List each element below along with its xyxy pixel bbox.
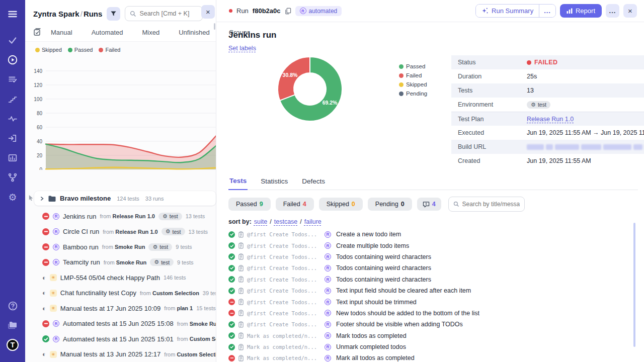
filter-button[interactable]	[107, 7, 120, 21]
sort-separator: /	[270, 218, 271, 225]
comments-filter-pill[interactable]: 4	[417, 198, 441, 211]
legend-dot	[399, 82, 404, 87]
run-list-item[interactable]: ◐ ✳ Manual tests at 17 Jun 2025 10:09 fr…	[25, 301, 216, 316]
runs-search[interactable]	[125, 6, 203, 21]
filter-pill-skipped[interactable]: Skipped 0	[319, 198, 363, 211]
tab-defects[interactable]: Defects	[301, 175, 326, 190]
more-actions-button[interactable]: ...	[606, 4, 619, 18]
set-labels-link[interactable]: Set labels	[228, 45, 256, 52]
run-list-item[interactable]: ◐ ✳ Manual tests at 13 Jun 2025 12:17 fr…	[25, 347, 216, 362]
legend-item-failed: Failed	[99, 47, 120, 53]
runs-tab-mixed[interactable]: Mixed	[142, 29, 160, 36]
run-list-item[interactable]: R Automated tests at 15 Jun 2025 15:08 f…	[25, 316, 216, 332]
run-list-item[interactable]: R Teamcity run from Smoke Run ⚙test 9 te…	[25, 255, 216, 270]
in-progress-icon: ◐	[42, 351, 46, 357]
tests-scrollbar[interactable]	[633, 223, 635, 347]
sidebar-item-folders[interactable]	[4, 318, 21, 333]
sidebar-item-play-circle[interactable]	[4, 52, 21, 67]
detail-label: Duration	[451, 73, 527, 80]
play-circle-icon	[8, 55, 18, 65]
test-row[interactable]: @first Create Todos... R Text input fiel…	[228, 285, 638, 296]
runs-tab-unfinished[interactable]: Unfinished	[179, 29, 209, 36]
folder-tests-count: 124 tests	[117, 196, 139, 202]
tests-search-input[interactable]	[462, 201, 520, 208]
test-title: Create multiple todo items	[336, 242, 409, 249]
tab-tests[interactable]: Tests	[228, 175, 248, 190]
gear-icon: ⚙	[152, 244, 157, 250]
copy-icon[interactable]	[285, 8, 291, 15]
test-suite: @first Create Todos...	[247, 321, 321, 327]
test-title: Footer should be visible when adding TOD…	[336, 321, 463, 328]
breadcrumb: Zyntra Spark/Runs	[33, 10, 102, 18]
sidebar-item-gear[interactable]: ⚙	[4, 190, 21, 205]
test-row[interactable]: @first Create Todos... R Create multiple…	[228, 240, 638, 251]
test-row[interactable]: Mark as completed/n... R Mark all todos …	[228, 352, 638, 362]
automated-run-icon: R	[53, 244, 59, 250]
milestone-folder-row[interactable]: Bravo milestone 124 tests 33 runs	[34, 191, 216, 206]
run-list-item[interactable]: R Jenkins run from Release Run 1.0 ⚙test…	[25, 209, 216, 224]
run-source: from Release Run 1.0	[103, 229, 157, 235]
sidebar-item-menu[interactable]	[4, 7, 21, 22]
test-row[interactable]: @first Create Todos... R Footer should b…	[228, 319, 638, 330]
close-run-button[interactable]: ×	[623, 4, 637, 18]
clipboard-icon	[238, 299, 244, 305]
runs-tab-automated[interactable]: Automated	[92, 29, 123, 36]
automated-badge[interactable]: Rautomated	[295, 6, 342, 16]
filter-pill-pending[interactable]: Pending 0	[368, 198, 412, 211]
test-plan-link[interactable]: Release Run 1.0	[527, 116, 574, 123]
report-button[interactable]: Report	[560, 4, 602, 18]
test-row[interactable]: @first Create Todos... R New todos shoul…	[228, 308, 638, 319]
runs-tab-groups[interactable]: Groups	[229, 29, 251, 36]
sidebar-item-bar-chart[interactable]	[4, 150, 21, 165]
tests-search[interactable]	[448, 197, 525, 212]
close-panel-button[interactable]: ×	[201, 5, 215, 19]
manual-run-icon: ✳	[50, 351, 57, 358]
run-tests-count: 146 tests	[164, 275, 186, 281]
clipboard-icon	[238, 310, 244, 316]
test-row[interactable]: Mark as completed/n... R Mark todos as c…	[228, 330, 638, 341]
chevron-right-icon[interactable]	[39, 196, 44, 201]
sort-by-suite[interactable]: suite	[254, 218, 267, 225]
run-list-item[interactable]: R Bamboo run from Smoke Run ⚙test 9 test…	[25, 239, 216, 255]
test-row[interactable]: Mark as completed/n... R Unmark complete…	[228, 341, 638, 352]
sidebar-item-steps[interactable]	[4, 92, 21, 107]
sort-by-testcase[interactable]: testcase	[274, 218, 298, 225]
run-content: Jenkins run Set labels 69.2%30.8% Passed…	[216, 22, 644, 362]
left-scrollbar[interactable]	[214, 23, 215, 30]
test-row[interactable]: @first Create Todos... R Text input shou…	[228, 296, 638, 307]
filter-pill-passed[interactable]: Passed 9	[228, 198, 271, 211]
run-title: Jenkins run	[228, 30, 638, 40]
sidebar-item-logo[interactable]: T	[4, 337, 21, 352]
run-summary-button[interactable]: Run Summary	[476, 5, 539, 17]
sort-by-failure[interactable]: failure	[304, 218, 321, 225]
runs-list: Bravo milestone 124 tests 33 runs R Jenk…	[25, 170, 216, 362]
test-row[interactable]: @first Create Todos... R Create a new to…	[228, 229, 638, 240]
detail-row: Executed Jun 19, 2025 11:55 AM → Jun 19,…	[451, 126, 644, 140]
sidebar-item-help[interactable]	[4, 298, 21, 313]
runs-search-input[interactable]	[139, 10, 198, 17]
select-all-icon[interactable]	[33, 28, 41, 36]
automated-test-icon: R	[325, 310, 331, 316]
run-tests-count: 15 tests	[196, 305, 216, 311]
test-row[interactable]: @first Create Todos... R Todos containin…	[228, 251, 638, 262]
test-row[interactable]: @first Create Todos... R Todos containin…	[228, 262, 638, 274]
run-list-item[interactable]: R Circle CI run from Release Run 1.0 ⚙te…	[25, 224, 216, 240]
runs-tab-manual[interactable]: Manual	[51, 29, 72, 36]
sidebar-item-check[interactable]	[4, 33, 21, 48]
run-list-item[interactable]: R Automated tests at 15 Jun 2025 15:01 f…	[25, 331, 216, 347]
sidebar-item-activity[interactable]	[4, 111, 21, 126]
filter-pill-failed[interactable]: Failed 4	[276, 198, 314, 211]
run-list-item[interactable]: ◐ ✳ Chat functinality test Copy from Cus…	[25, 286, 216, 301]
sidebar-item-branch[interactable]	[4, 170, 21, 185]
run-list-item[interactable]: ◐ ✳ LMP-554 05/04 check Happy Path 146 t…	[25, 270, 216, 286]
run-summary-more-button[interactable]: ...	[539, 5, 555, 17]
sidebar-item-list-check[interactable]	[4, 72, 21, 87]
gear-icon: ⚙	[531, 102, 536, 108]
sparkles-icon	[481, 8, 489, 15]
sort-label: sort by:	[228, 218, 252, 225]
sidebar-item-import[interactable]	[4, 131, 21, 146]
tab-statistics[interactable]: Statistics	[260, 175, 289, 190]
test-title: Mark todos as completed	[336, 332, 407, 339]
test-title: Text input field should be cleared after…	[336, 287, 471, 294]
test-row[interactable]: @first Create Todos... R Todos containin…	[228, 274, 638, 285]
